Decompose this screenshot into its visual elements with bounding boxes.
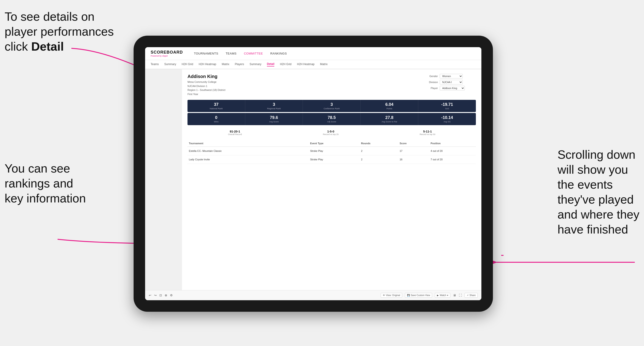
division-select[interactable]: NJCAA I NJCAA II: [440, 80, 463, 84]
col-rounds: Rounds: [360, 140, 398, 147]
stat-regional-rank: 3 Regional Rank: [245, 100, 303, 112]
avg-sg-label: Avg SG: [420, 121, 474, 123]
col-position: Position: [429, 140, 476, 147]
avg-score-value: 79.6: [247, 115, 301, 120]
sub-nav-teams[interactable]: Teams: [151, 63, 159, 66]
share-button[interactable]: ↗ Share: [464, 293, 478, 298]
screen-icon[interactable]: 🖥: [453, 294, 456, 297]
position-2: 7 out of 20: [429, 155, 476, 164]
undo-icon[interactable]: ↩: [149, 294, 151, 297]
stat-national-rank: 37 National Rank: [188, 100, 245, 112]
record-top25: 1-5-0 Record vs top 25: [323, 130, 338, 136]
watch-button[interactable]: ▶ Watch ▾: [435, 293, 450, 298]
stats-row-2: 0 Wins 79.6 Avg Score 78.5 Adj Score 27.…: [188, 113, 476, 125]
wins-value: 0: [189, 115, 243, 120]
nav-tournaments[interactable]: TOURNAMENTS: [194, 52, 218, 55]
tournament-table: Tournament Event Type Rounds Score Posit…: [188, 140, 476, 164]
division-control: Division NJCAA I NJCAA II: [425, 80, 476, 84]
nav-rankings[interactable]: RANKINGS: [270, 52, 287, 55]
tournament-name-1: Estella CC- Mountain Classic: [188, 147, 300, 155]
sos-label: SoS: [420, 107, 474, 110]
conference-rank-label: Conference Rank: [305, 107, 358, 110]
nav-bar: SCOREBOARD Powered by clippd TOURNAMENTS…: [145, 47, 482, 60]
player-division: NJCAA Division 1: [188, 84, 225, 88]
event-type-1: Stroke Play: [309, 147, 360, 155]
player-header: Addison King Mesa Community College NJCA…: [188, 74, 476, 96]
sub-nav-h2hheatmap1[interactable]: H2H Heatmap: [199, 63, 216, 66]
sub-nav-summary1[interactable]: Summary: [164, 63, 176, 66]
wins-label: Wins: [189, 121, 243, 123]
records-row: 91-20-1 Overall Record 1-5-0 Record vs t…: [188, 128, 476, 137]
stat-avg-score-par: 27.8 Avg Score to Par: [361, 113, 418, 125]
sidebar: [145, 69, 182, 290]
tournament-name-2: Lady Coyote Invite: [188, 155, 300, 164]
stat-sos: -19.71 SoS: [418, 100, 476, 112]
gender-select[interactable]: Women Men: [440, 74, 463, 78]
sub-nav: Teams Summary H2H Grid H2H Heatmap Matri…: [145, 60, 482, 69]
logo-sub: Powered by clippd: [151, 55, 183, 57]
sub-nav-h2hgrid2[interactable]: H2H Grid: [280, 63, 291, 66]
regional-rank-value: 3: [247, 102, 301, 107]
regional-rank-label: Regional Rank: [247, 107, 301, 110]
stat-wins: 0 Wins: [188, 113, 245, 125]
position-1: 4 out of 20: [429, 147, 476, 155]
rounds-2: 2: [360, 155, 398, 164]
sub-nav-matrix1[interactable]: Matrix: [222, 63, 230, 66]
nav-committee[interactable]: COMMITTEE: [244, 52, 263, 55]
watch-icon: ▶: [437, 294, 439, 297]
empty-2: [300, 155, 309, 164]
save-icon: 💾: [407, 294, 410, 297]
adj-score-label: Adj Score: [305, 121, 358, 123]
overall-record-label: Overall Record: [228, 133, 242, 136]
points-value: 6.04: [362, 102, 416, 107]
content-area: Addison King Mesa Community College NJCA…: [145, 69, 482, 290]
event-type-2: Stroke Play: [309, 155, 360, 164]
sos-value: -19.71: [420, 102, 474, 107]
toolbar: ↩ ↪ ⊡ ⊕ ⚙ 👁 View: Original 💾 Save Custom…: [145, 290, 482, 300]
zoom-fit-icon[interactable]: ⊡: [160, 294, 162, 297]
expand-icon[interactable]: ⛶: [459, 294, 462, 297]
col-empty: [300, 140, 309, 147]
col-score: Score: [398, 140, 429, 147]
settings-icon[interactable]: ⚙: [170, 294, 173, 297]
stats-row-1: 37 National Rank 3 Regional Rank 3 Confe…: [188, 100, 476, 112]
record-overall: 91-20-1 Overall Record: [228, 130, 242, 136]
sub-nav-h2hgrid1[interactable]: H2H Grid: [182, 63, 193, 66]
nav-teams[interactable]: TEAMS: [226, 52, 236, 55]
col-tournament: Tournament: [188, 140, 300, 147]
tablet-screen: SCOREBOARD Powered by clippd TOURNAMENTS…: [145, 47, 482, 300]
stat-avg-score: 79.6 Avg Score: [245, 113, 303, 125]
player-select[interactable]: Addison King: [440, 86, 465, 90]
logo-title: SCOREBOARD: [151, 50, 183, 55]
sub-nav-h2hheatmap2[interactable]: H2H Heatmap: [297, 63, 314, 66]
annotation-right: Scrolling down will show you the events …: [558, 147, 640, 237]
redo-icon[interactable]: ↪: [154, 294, 156, 297]
top25-record-label: Record vs top 25: [323, 133, 338, 136]
view-icon: 👁: [383, 294, 385, 297]
annotation-bottom-left: You can see rankings and key information: [4, 161, 86, 206]
annotation-top-left: To see details onplayer performancesclic…: [4, 9, 114, 54]
gender-label: Gender: [425, 75, 438, 78]
avg-sg-value: -10.14: [420, 115, 474, 120]
stat-points: 6.04 Points: [361, 100, 418, 112]
zoom-icon[interactable]: ⊕: [165, 294, 167, 297]
rounds-1: 2: [360, 147, 398, 155]
avg-score-par-value: 27.8: [362, 115, 416, 120]
player-year: First Year: [188, 92, 225, 96]
avg-score-label: Avg Score: [247, 121, 301, 123]
sub-nav-matrix2[interactable]: Matrix: [320, 63, 328, 66]
division-label: Division: [425, 81, 438, 84]
col-event-type: Event Type: [309, 140, 360, 147]
main-content: Addison King Mesa Community College NJCA…: [182, 69, 482, 290]
player-label: Player: [425, 87, 438, 89]
score-1: 17: [398, 147, 429, 155]
save-custom-button[interactable]: 💾 Save Custom View: [405, 293, 432, 298]
stat-adj-score: 78.5 Adj Score: [303, 113, 361, 125]
sub-nav-players[interactable]: Players: [235, 63, 244, 66]
sub-nav-summary2[interactable]: Summary: [250, 63, 261, 66]
logo: SCOREBOARD Powered by clippd: [151, 50, 183, 57]
empty-1: [300, 147, 309, 155]
share-icon: ↗: [467, 294, 468, 297]
view-original-button[interactable]: 👁 View: Original: [381, 293, 402, 298]
sub-nav-detail[interactable]: Detail: [267, 62, 274, 66]
